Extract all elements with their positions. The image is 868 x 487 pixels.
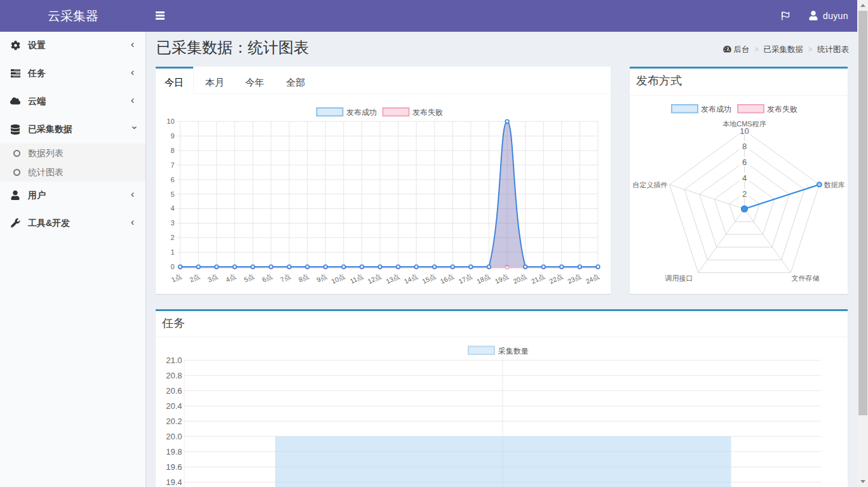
svg-text:14点: 14点	[403, 272, 419, 285]
svg-text:发布成功: 发布成功	[701, 105, 731, 114]
svg-text:7点: 7点	[279, 272, 292, 283]
svg-text:9: 9	[170, 132, 174, 140]
svg-text:19.8: 19.8	[166, 447, 182, 457]
svg-text:20点: 20点	[512, 272, 528, 285]
svg-text:12点: 12点	[367, 272, 383, 285]
svg-text:1点: 1点	[170, 272, 183, 283]
svg-text:2: 2	[742, 189, 747, 199]
svg-text:19.4: 19.4	[166, 477, 182, 487]
svg-text:17点: 17点	[458, 272, 474, 285]
svg-text:数据库: 数据库	[824, 181, 844, 189]
svg-text:21.0: 21.0	[166, 356, 182, 365]
svg-text:文件存储: 文件存储	[791, 274, 819, 282]
svg-text:6: 6	[170, 176, 174, 183]
svg-text:8: 8	[742, 142, 747, 151]
svg-text:20.2: 20.2	[166, 417, 182, 426]
svg-text:发布成功: 发布成功	[346, 108, 377, 117]
svg-text:20.8: 20.8	[166, 371, 182, 380]
svg-text:发布失败: 发布失败	[412, 108, 443, 117]
svg-text:7: 7	[170, 161, 174, 169]
svg-text:15点: 15点	[421, 272, 437, 285]
svg-text:20.0: 20.0	[166, 432, 182, 441]
svg-text:9点: 9点	[315, 272, 328, 283]
svg-text:发布失败: 发布失败	[767, 105, 797, 114]
svg-text:22点: 22点	[548, 272, 564, 285]
svg-text:10点: 10点	[330, 272, 346, 285]
svg-text:10: 10	[166, 117, 174, 125]
svg-text:4: 4	[742, 173, 747, 183]
svg-text:24点: 24点	[585, 272, 601, 285]
svg-text:20.6: 20.6	[166, 386, 182, 396]
svg-text:8: 8	[170, 147, 174, 154]
svg-text:16点: 16点	[439, 272, 456, 285]
svg-text:2: 2	[170, 234, 174, 241]
svg-text:3: 3	[170, 219, 174, 227]
svg-text:6点: 6点	[261, 272, 273, 283]
svg-text:本地CMS程序: 本地CMS程序	[722, 120, 766, 128]
svg-text:调用接口: 调用接口	[665, 274, 693, 282]
svg-text:19.6: 19.6	[166, 462, 182, 472]
svg-text:1: 1	[170, 248, 174, 256]
svg-text:0: 0	[170, 263, 174, 270]
svg-text:5点: 5点	[243, 272, 255, 283]
svg-text:3点: 3点	[207, 272, 219, 283]
svg-text:4点: 4点	[224, 272, 237, 283]
svg-text:11点: 11点	[349, 272, 365, 284]
svg-text:13点: 13点	[384, 272, 401, 285]
svg-text:5: 5	[170, 190, 174, 198]
svg-text:23点: 23点	[566, 272, 583, 285]
svg-text:18点: 18点	[475, 272, 492, 285]
svg-text:8点: 8点	[297, 272, 310, 283]
svg-text:自定义插件: 自定义插件	[633, 181, 668, 189]
svg-text:21点: 21点	[530, 272, 546, 285]
svg-text:采集数量: 采集数量	[498, 347, 529, 356]
svg-text:19点: 19点	[494, 272, 510, 285]
svg-text:6: 6	[742, 157, 747, 167]
svg-text:2点: 2点	[188, 272, 201, 283]
svg-text:4: 4	[170, 204, 174, 212]
svg-text:20.4: 20.4	[166, 401, 182, 411]
